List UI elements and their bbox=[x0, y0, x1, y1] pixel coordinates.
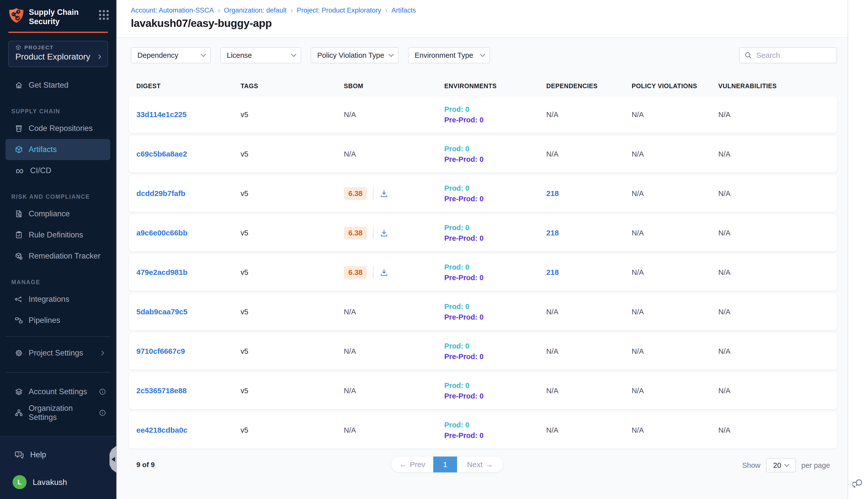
sidebar-item-artifacts[interactable]: Artifacts bbox=[5, 139, 110, 160]
column-header: SBOM bbox=[344, 82, 444, 90]
sidebar-item-label: Project Settings bbox=[29, 349, 83, 357]
sidebar-item-account-settings[interactable]: Account Settings bbox=[5, 381, 110, 402]
vulnerabilities-value: N/A bbox=[718, 426, 837, 435]
sidebar-item-label: Pipelines bbox=[29, 316, 60, 325]
filter-label: Dependency bbox=[137, 51, 178, 60]
artifacts-table: 33d114e1c225v5N/AProd: 0Pre-Prod: 0N/AN/… bbox=[129, 96, 837, 451]
digest-link[interactable]: dcdd29b7fafb bbox=[136, 189, 185, 197]
filter-dropdown-environment-type[interactable]: Environment Type bbox=[408, 47, 490, 63]
sidebar-item-label: Integrations bbox=[29, 295, 69, 304]
info-icon bbox=[99, 409, 106, 417]
brand-accent-divider bbox=[8, 32, 108, 33]
tag-value: v5 bbox=[240, 268, 344, 277]
breadcrumb-link[interactable]: Account: Automation-SSCA bbox=[131, 7, 214, 14]
sbom-download-button[interactable] bbox=[380, 189, 388, 198]
dependencies-link[interactable]: 218 bbox=[546, 229, 559, 237]
breadcrumb-link[interactable]: Organization: default bbox=[224, 7, 287, 14]
table-row: 9710cf6667c9v5N/AProd: 0Pre-Prod: 0N/AN/… bbox=[129, 333, 837, 369]
vulnerabilities-value: N/A bbox=[718, 229, 837, 237]
vulnerabilities-value: N/A bbox=[718, 268, 837, 277]
show-label: Show bbox=[742, 461, 760, 470]
org-icon bbox=[15, 409, 23, 417]
sidebar-item-get-started[interactable]: Get Started bbox=[5, 75, 110, 96]
vulnerabilities-value: N/A bbox=[718, 308, 837, 316]
prev-page-button[interactable]: ← Prev bbox=[391, 457, 433, 472]
breadcrumb-link[interactable]: Artifacts bbox=[392, 7, 416, 14]
sbom-download-button[interactable] bbox=[380, 228, 388, 238]
vulnerabilities-value: N/A bbox=[718, 347, 837, 355]
sidebar-item-compliance[interactable]: Compliance bbox=[5, 203, 110, 224]
prod-count: Prod: 0 bbox=[444, 342, 546, 350]
filter-dropdown-license[interactable]: License bbox=[220, 47, 301, 63]
sidebar-item-label: Rule Definitions bbox=[29, 230, 83, 240]
sidebar-item-remediation-tracker[interactable]: Remediation Tracker bbox=[5, 245, 110, 267]
download-icon bbox=[380, 268, 388, 277]
page-title: lavakush07/easy-buggy-app bbox=[131, 17, 848, 29]
search-input[interactable] bbox=[756, 51, 832, 60]
digest-link[interactable]: 479e2acd981b bbox=[136, 268, 188, 276]
digest-link[interactable]: 2c5365718e88 bbox=[136, 387, 187, 395]
support-chat-icon[interactable] bbox=[853, 477, 864, 490]
sbom-cell: 6.38 bbox=[344, 187, 444, 200]
table-row: dcdd29b7fafbv56.38Prod: 0Pre-Prod: 0218N… bbox=[129, 175, 837, 212]
page-number-active[interactable]: 1 bbox=[433, 457, 457, 472]
app-window: Supply ChainSecurity PROJECT Product Exp… bbox=[0, 0, 868, 499]
app-logo-shield-icon bbox=[8, 8, 24, 24]
preprod-count: Pre-Prod: 0 bbox=[444, 431, 546, 440]
cube-icon bbox=[15, 45, 21, 50]
help-button[interactable]: ? Help bbox=[0, 447, 115, 463]
filter-dropdown-policy-violation-type[interactable]: Policy Violation Type bbox=[311, 47, 399, 63]
sidebar-item-cicd[interactable]: ∞CI/CD bbox=[5, 160, 110, 181]
next-page-button[interactable]: Next → bbox=[457, 457, 503, 472]
sidebar-item-label: Artifacts bbox=[29, 145, 57, 154]
digest-link[interactable]: a9c6e00c66bb bbox=[136, 229, 188, 237]
pagination-summary: 9 of 9 bbox=[136, 461, 155, 469]
sbom-value: N/A bbox=[344, 150, 356, 158]
info-icon bbox=[99, 409, 106, 417]
breadcrumb-link[interactable]: Project: Product Exploratory bbox=[297, 7, 381, 14]
sidebar-item-organization-settings[interactable]: Organization Settings bbox=[5, 402, 110, 423]
sbom-cell: 6.38 bbox=[344, 266, 444, 279]
sbom-download-button[interactable] bbox=[380, 268, 388, 277]
dependencies-value: N/A bbox=[546, 111, 558, 119]
doc-search-icon bbox=[15, 209, 23, 218]
page-size-select[interactable]: 20 bbox=[766, 458, 796, 472]
table-row: 479e2acd981bv56.38Prod: 0Pre-Prod: 0218N… bbox=[129, 254, 837, 291]
environments-cell: Prod: 0Pre-Prod: 0 bbox=[444, 381, 546, 400]
sidebar-item-label: Compliance bbox=[29, 209, 70, 218]
user-menu[interactable]: L Lavakush bbox=[0, 475, 115, 489]
digest-link[interactable]: 5dab9caa79c5 bbox=[136, 307, 188, 316]
dependencies-link[interactable]: 218 bbox=[546, 268, 559, 276]
tag-value: v5 bbox=[240, 347, 344, 355]
digest-link[interactable]: ee4218cdba0c bbox=[136, 426, 188, 434]
policy-violations-value: N/A bbox=[632, 150, 718, 158]
sidebar-item-rule-definitions[interactable]: Rule Definitions bbox=[5, 224, 110, 245]
sidebar-item-pipelines[interactable]: Pipelines bbox=[5, 310, 110, 331]
svg-text:?: ? bbox=[17, 452, 19, 456]
preprod-count: Pre-Prod: 0 bbox=[444, 353, 546, 361]
policy-violations-value: N/A bbox=[632, 426, 718, 435]
sidebar-item-integrations[interactable]: Integrations bbox=[5, 289, 110, 310]
sbom-value: N/A bbox=[344, 111, 356, 119]
prod-count: Prod: 0 bbox=[444, 145, 546, 153]
sidebar-item-code-repositories[interactable]: Code Repositories bbox=[5, 118, 110, 139]
sidebar-item-project-settings[interactable]: Project Settings bbox=[5, 342, 110, 364]
filter-label: Policy Violation Type bbox=[317, 51, 384, 60]
project-selector[interactable]: PROJECT Product Exploratory bbox=[8, 41, 108, 67]
digest-link[interactable]: c69c5b6a8ae2 bbox=[136, 150, 187, 158]
clipboard-check-icon bbox=[15, 231, 23, 239]
per-page-control: Show 20 per page bbox=[742, 458, 830, 472]
dependencies-link[interactable]: 218 bbox=[546, 189, 559, 197]
search-box[interactable] bbox=[739, 47, 837, 63]
left-arrow-icon: ← bbox=[399, 460, 407, 469]
tag-value: v5 bbox=[240, 229, 344, 237]
dependencies-value: N/A bbox=[546, 387, 558, 395]
digest-link[interactable]: 33d114e1c225 bbox=[136, 110, 187, 119]
preprod-count: Pre-Prod: 0 bbox=[444, 195, 546, 203]
module-grid-icon[interactable] bbox=[99, 10, 109, 20]
policy-violations-value: N/A bbox=[632, 111, 718, 119]
sidebar-item-label: Code Repositories bbox=[29, 124, 93, 133]
filter-dropdown-dependency[interactable]: Dependency bbox=[131, 47, 211, 63]
digest-link[interactable]: 9710cf6667c9 bbox=[136, 347, 185, 355]
home-icon bbox=[15, 81, 23, 89]
